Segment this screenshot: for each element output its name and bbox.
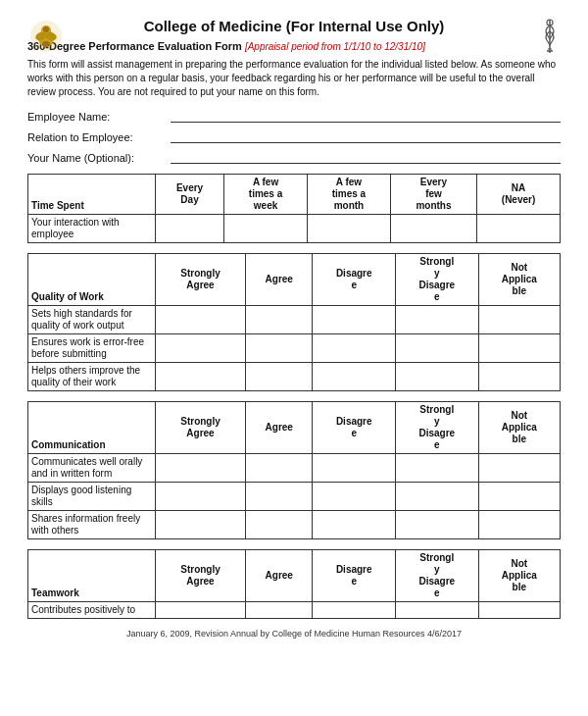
- employee-name-input[interactable]: [171, 107, 561, 123]
- teamwork-col-2: Agree: [246, 550, 313, 602]
- time-row-1: Your interaction with employee: [28, 215, 156, 243]
- table-row: Your interaction with employee: [28, 215, 561, 243]
- quality-col-4: StronglyDisagree: [395, 254, 478, 306]
- quality-col-5: NotApplicable: [478, 254, 560, 306]
- employee-name-label: Employee Name:: [27, 111, 165, 123]
- time-col-5: NA(Never): [477, 175, 561, 215]
- employee-name-row: Employee Name:: [27, 107, 561, 123]
- comm-col-1: StronglyAgree: [156, 402, 246, 454]
- time-col-4: Everyfewmonths: [390, 175, 476, 215]
- teamwork-col-4: StronglyDisagree: [395, 550, 478, 602]
- logo-right: [539, 18, 561, 57]
- logo-left: [27, 18, 65, 57]
- teamwork-col-5: NotApplicable: [478, 550, 560, 602]
- quality-col-2: Agree: [246, 254, 313, 306]
- svg-point-6: [42, 41, 50, 47]
- table-row: Ensures work is error-free before submit…: [28, 334, 561, 363]
- teamwork-table: Teamwork StronglyAgree Agree Disagree St…: [27, 549, 561, 619]
- your-name-label: Your Name (Optional):: [27, 152, 165, 164]
- table-row: Sets high standards for quality of work …: [28, 306, 561, 334]
- table-row: Displays good listening skills: [28, 483, 561, 511]
- quality-col-3: Disagree: [313, 254, 396, 306]
- table-row: Shares information freely with others: [28, 511, 561, 539]
- form-description: This form will assist management in prep…: [27, 58, 561, 99]
- time-col-3: A fewtimes amonth: [307, 175, 390, 215]
- comm-col-4: StronglyDisagree: [395, 402, 478, 454]
- footer-text: January 6, 2009, Revision Annual by Coll…: [27, 629, 561, 639]
- quality-header-left: Quality of Work: [28, 254, 156, 306]
- time-col-2: A fewtimes aweek: [224, 175, 308, 215]
- quality-col-1: StronglyAgree: [156, 254, 246, 306]
- comm-col-5: NotApplicable: [478, 402, 560, 454]
- table-row: Contributes positively to: [28, 602, 561, 619]
- time-spent-table: Time Spent EveryDay A fewtimes aweek A f…: [27, 174, 561, 243]
- relation-input[interactable]: [171, 128, 561, 143]
- form-title-italic: [Appraisal period from 1/1/10 to 12/31/1…: [245, 41, 425, 52]
- teamwork-col-3: Disagree: [313, 550, 396, 602]
- relation-row: Relation to Employee:: [27, 128, 561, 143]
- your-name-input[interactable]: [171, 148, 561, 164]
- your-name-row: Your Name (Optional):: [27, 148, 561, 164]
- comm-header-left: Communication: [28, 402, 156, 454]
- svg-point-5: [43, 26, 49, 32]
- header-title: College of Medicine (For Internal Use On…: [144, 18, 445, 34]
- table-row: Communicates well orally and in written …: [28, 454, 561, 483]
- page-header: College of Medicine (For Internal Use On…: [27, 18, 561, 34]
- teamwork-col-1: StronglyAgree: [156, 550, 246, 602]
- communication-table: Communication StronglyAgree Agree Disagr…: [27, 401, 561, 539]
- comm-col-3: Disagree: [313, 402, 396, 454]
- time-col-1: EveryDay: [156, 175, 224, 215]
- relation-label: Relation to Employee:: [27, 131, 165, 143]
- comm-col-2: Agree: [246, 402, 313, 454]
- table-row: Helps others improve the quality of thei…: [28, 363, 561, 391]
- time-header-left: Time Spent: [28, 175, 156, 215]
- form-title: 360-Degree Performance Evaluation Form […: [27, 40, 561, 52]
- quality-table: Quality of Work StronglyAgree Agree Disa…: [27, 253, 561, 391]
- teamwork-header-left: Teamwork: [28, 550, 156, 602]
